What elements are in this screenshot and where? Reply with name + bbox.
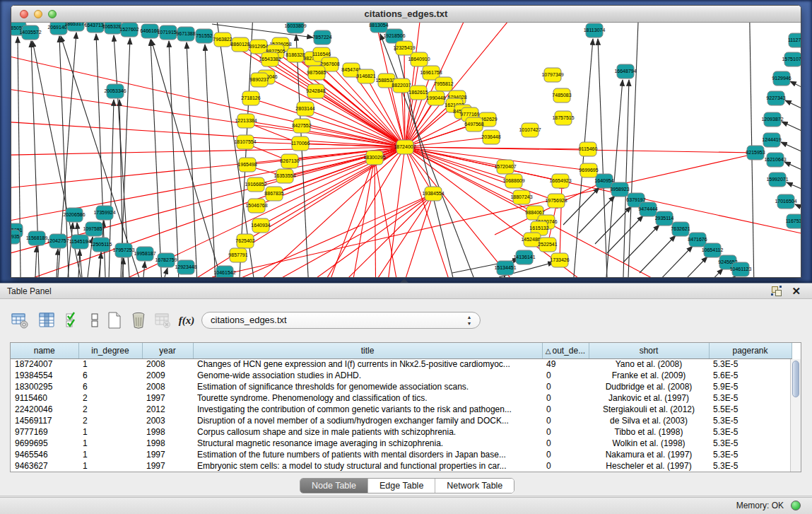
graph-node[interactable]: 12923448 — [175, 260, 196, 274]
table-row[interactable]: 977716911998Corpus callosum shape and si… — [11, 426, 792, 438]
graph-node[interactable]: 11568189 — [26, 231, 48, 245]
table-row[interactable]: 1938455462009Genome-wide association stu… — [11, 370, 792, 381]
citation-edge-black[interactable] — [35, 246, 37, 277]
tab-edge-table[interactable]: Edge Table — [367, 479, 435, 493]
graph-node[interactable]: 17359924 — [93, 206, 115, 220]
table-row[interactable]: 1872400712008Changes of HCN gene express… — [11, 358, 792, 370]
graph-node[interactable]: 6497568 — [464, 117, 483, 132]
graph-node[interactable]: 7485083 — [552, 88, 571, 103]
graph-node[interactable]: 18107554 — [234, 135, 256, 149]
citation-edge-black[interactable] — [68, 223, 73, 277]
table-row[interactable]: 1830029562008Estimation of significance … — [11, 381, 792, 392]
graph-node[interactable]: 1527602 — [119, 23, 139, 37]
citation-edge-black[interactable] — [169, 41, 181, 277]
citation-edge-red[interactable] — [405, 137, 491, 147]
graph-node[interactable]: 16782759 — [155, 253, 177, 267]
node-table[interactable]: namein_degreeyeartitle△out_de...shortpag… — [10, 342, 801, 472]
graph-node[interactable]: 12093872 — [761, 112, 783, 127]
graph-node[interactable]: 10975857 — [83, 222, 105, 236]
citation-edge-red[interactable] — [382, 194, 433, 277]
column-header-year[interactable]: year — [142, 343, 193, 358]
graph-node[interactable]: 8427552 — [292, 119, 311, 133]
citation-edge-black[interactable] — [151, 40, 237, 277]
graph-node[interactable]: 8215953 — [746, 146, 765, 160]
graph-node[interactable]: 20053346 — [104, 84, 126, 98]
graph-node[interactable]: 8958923 — [610, 182, 629, 197]
graph-node[interactable]: 15992071 — [766, 173, 788, 187]
graph-node[interactable]: 16654923 — [549, 174, 571, 188]
graph-node[interactable]: 15134451 — [494, 261, 516, 275]
nodes-layer[interactable]: 8850513140355722069140618653172164371341… — [11, 23, 801, 277]
close-icon[interactable]: ✕ — [792, 286, 801, 297]
table-row[interactable]: 946362711997Embryonic stem cells: a mode… — [11, 460, 792, 472]
graph-node[interactable]: 10107427 — [519, 123, 541, 137]
graph-node[interactable]: 9146821 — [356, 69, 375, 83]
graph-node[interactable]: 19958187 — [134, 247, 155, 261]
select-columns-icon[interactable] — [61, 309, 84, 332]
graph-node[interactable]: 2036448 — [481, 130, 500, 144]
table-settings-icon[interactable] — [8, 309, 31, 332]
tab-node-table[interactable]: Node Table — [300, 479, 367, 493]
graph-node[interactable]: 16353554 — [273, 169, 295, 183]
graph-node[interactable]: 9129946 — [772, 71, 791, 86]
column-header-pagerank[interactable]: pagerank — [709, 343, 792, 358]
graph-node[interactable]: 11545194 — [69, 235, 91, 249]
graph-node[interactable]: 10797349 — [541, 68, 563, 82]
graph-node[interactable]: 7963822 — [213, 33, 232, 47]
table-row[interactable]: 2242004622012Investigating the contribut… — [11, 404, 792, 415]
citation-edge-black[interactable] — [671, 257, 707, 277]
column-header-in-degree[interactable]: in_degree — [78, 343, 142, 358]
memory-ok-indicator[interactable] — [791, 501, 801, 510]
graph-node[interactable]: 12325419 — [393, 41, 415, 55]
new-table-icon[interactable] — [103, 309, 126, 332]
graph-node[interactable]: 12505115 — [90, 238, 112, 252]
graph-node[interactable]: 19756928 — [545, 194, 567, 208]
table-panel-header[interactable]: Table Panel ✕ — [0, 283, 812, 299]
graph-node[interactable]: 18724007 — [394, 140, 416, 154]
graph-node[interactable]: 17016504 — [775, 194, 796, 209]
citation-edge-black[interactable] — [187, 42, 199, 277]
graph-node[interactable]: 10461542 — [213, 266, 235, 277]
graph-node[interactable]: 12213384 — [235, 114, 257, 128]
graph-node[interactable]: 1990448 — [426, 91, 445, 105]
graph-node[interactable]: 8186328 — [286, 48, 305, 62]
citation-edge-black[interactable] — [595, 206, 631, 244]
graph-node[interactable]: 16033809 — [284, 23, 306, 33]
graph-node[interactable]: 7625402 — [235, 234, 254, 248]
citation-edge-black[interactable] — [623, 80, 629, 277]
graph-node[interactable]: 2935114 — [655, 211, 674, 226]
citation-edge-black[interactable] — [782, 122, 801, 146]
graph-node[interactable]: 15046768 — [245, 199, 267, 213]
tab-network-table[interactable]: Network Table — [435, 479, 514, 493]
graph-node[interactable]: 10688609 — [502, 174, 524, 188]
citation-edge-black[interactable] — [626, 23, 640, 277]
graph-node[interactable]: 8860128 — [230, 37, 249, 52]
graph-node[interactable]: 8267130 — [280, 154, 299, 168]
citation-edge-black[interactable] — [700, 276, 736, 277]
graph-node[interactable]: 1965498 — [237, 158, 257, 172]
vertical-scrollbar[interactable] — [790, 359, 801, 472]
citation-edge-black[interactable] — [579, 196, 615, 233]
column-header-name[interactable]: name — [11, 343, 78, 358]
graph-node[interactable]: 12042757 — [47, 234, 69, 248]
network-canvas[interactable]: 8850513140355722069140618653172164371341… — [11, 23, 801, 277]
graph-node[interactable]: 16543382 — [259, 52, 281, 66]
column-header-out-de-[interactable]: △out_de... — [542, 343, 589, 358]
graph-node[interactable]: 751552 — [196, 29, 213, 43]
graph-node[interactable]: 18113074 — [584, 23, 606, 37]
import-table-icon[interactable] — [151, 309, 174, 332]
graph-node[interactable]: 19384554 — [422, 187, 444, 201]
citation-edge-red[interactable] — [375, 158, 376, 277]
graph-node[interactable]: 10461123 — [730, 262, 752, 276]
table-select-dropdown[interactable]: citations_edges.txt ▲▼ — [201, 312, 481, 329]
citation-edge-black[interactable] — [143, 262, 145, 277]
graph-node[interactable]: 16210643 — [764, 153, 786, 167]
citation-edge-black[interactable] — [114, 35, 133, 277]
citation-edge-black[interactable] — [77, 223, 82, 277]
graph-node[interactable]: 391935 — [11, 230, 20, 244]
graph-node[interactable]: 9115460 — [579, 142, 598, 156]
graph-node[interactable]: 8867835 — [264, 187, 283, 201]
citation-edge-black[interactable] — [205, 45, 218, 277]
graph-node[interactable]: 1167533 — [786, 214, 801, 228]
graph-node[interactable]: 1862615 — [408, 86, 428, 100]
